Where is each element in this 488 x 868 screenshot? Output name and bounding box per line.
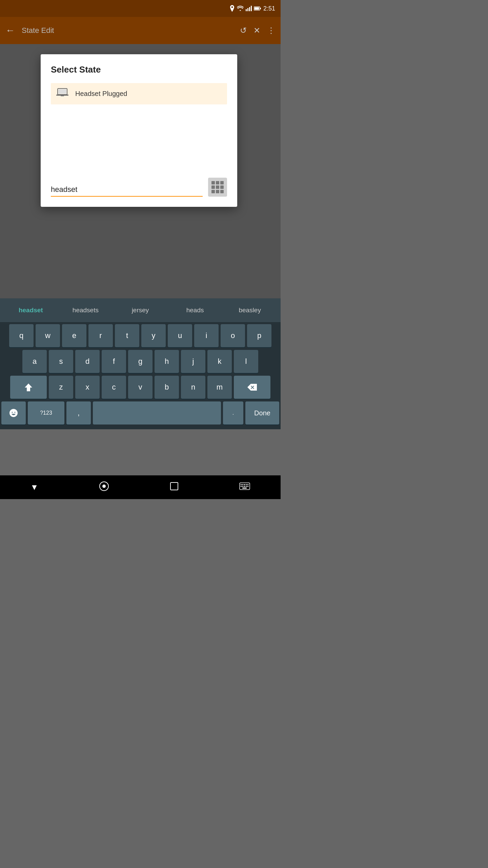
svg-rect-21 <box>247 484 248 485</box>
key-h[interactable]: h <box>155 350 179 373</box>
space-key[interactable] <box>93 401 221 425</box>
svg-point-14 <box>102 485 106 488</box>
svg-rect-9 <box>56 95 68 96</box>
backspace-icon <box>247 384 257 391</box>
emoji-icon <box>9 409 18 417</box>
key-n[interactable]: n <box>181 376 205 399</box>
key-k[interactable]: k <box>207 350 232 373</box>
grid-icon <box>211 181 224 193</box>
svg-rect-22 <box>241 486 242 487</box>
num-key[interactable]: ?123 <box>28 401 64 425</box>
key-row-4: ?123 , . Done <box>1 401 279 425</box>
close-button[interactable]: ✕ <box>253 26 260 35</box>
signal-icon <box>246 6 252 11</box>
laptop-icon <box>56 88 68 100</box>
key-t[interactable]: t <box>115 324 139 347</box>
key-a[interactable]: a <box>22 350 47 373</box>
key-b[interactable]: b <box>155 376 179 399</box>
key-p[interactable]: p <box>247 324 271 347</box>
svg-rect-1 <box>247 8 248 11</box>
dialog-title: Select State <box>51 64 227 75</box>
suggestion-headset[interactable]: headset <box>3 304 58 317</box>
key-j[interactable]: j <box>181 350 205 373</box>
refresh-button[interactable]: ↺ <box>240 26 247 35</box>
nav-back-icon[interactable]: ▼ <box>30 482 39 492</box>
key-l[interactable]: l <box>234 350 258 373</box>
key-e[interactable]: e <box>62 324 86 347</box>
dialog-input-row <box>51 178 227 197</box>
svg-rect-23 <box>242 486 243 487</box>
shift-key[interactable] <box>10 376 47 399</box>
key-d[interactable]: d <box>75 350 100 373</box>
key-x[interactable]: x <box>75 376 100 399</box>
key-c[interactable]: c <box>102 376 126 399</box>
key-row-1: q w e r t y u i o p <box>1 324 279 347</box>
select-state-dialog: Select State Headset Plugged <box>41 54 237 207</box>
headset-plugged-label: Headset Plugged <box>75 90 127 98</box>
svg-marker-11 <box>25 383 32 391</box>
status-bar: 2:51 <box>0 0 281 17</box>
search-input[interactable] <box>51 185 203 194</box>
svg-rect-25 <box>246 486 247 487</box>
grid-button[interactable] <box>208 178 227 197</box>
app-bar-actions: ↺ ✕ ⋮ <box>240 26 275 35</box>
headset-plugged-item[interactable]: Headset Plugged <box>51 83 227 104</box>
suggestion-beasley[interactable]: beasley <box>222 304 277 317</box>
key-w[interactable]: w <box>36 324 60 347</box>
key-m[interactable]: m <box>207 376 232 399</box>
app-bar-title: State Edit <box>22 26 233 35</box>
backspace-key[interactable] <box>234 376 270 399</box>
emoji-key[interactable] <box>1 401 26 425</box>
svg-rect-20 <box>246 484 247 485</box>
more-button[interactable]: ⋮ <box>267 26 275 35</box>
nav-recent-icon[interactable] <box>170 482 179 493</box>
app-bar: ← State Edit ↺ ✕ ⋮ <box>0 17 281 44</box>
svg-rect-6 <box>254 7 259 10</box>
svg-rect-19 <box>244 484 245 485</box>
key-r[interactable]: r <box>88 324 113 347</box>
key-o[interactable]: o <box>221 324 245 347</box>
status-icons: 2:51 <box>229 5 275 12</box>
svg-rect-5 <box>260 8 261 9</box>
key-u[interactable]: u <box>168 324 192 347</box>
suggestion-heads[interactable]: heads <box>168 304 223 317</box>
svg-rect-27 <box>242 488 247 489</box>
back-button[interactable]: ← <box>5 25 15 36</box>
svg-rect-26 <box>247 486 248 487</box>
suggestions-row: headset headsets jersey heads beasley <box>0 298 281 322</box>
key-g[interactable]: g <box>128 350 152 373</box>
status-time: 2:51 <box>263 5 275 12</box>
svg-rect-10 <box>61 96 64 96</box>
key-y[interactable]: y <box>141 324 166 347</box>
search-input-wrapper <box>51 185 203 197</box>
key-row-3: z x c v b n m <box>1 376 279 399</box>
nav-keyboard-icon[interactable] <box>239 482 250 492</box>
period-key[interactable]: . <box>223 401 243 425</box>
suggestion-headsets[interactable]: headsets <box>58 304 113 317</box>
suggestion-jersey[interactable]: jersey <box>113 304 168 317</box>
key-f[interactable]: f <box>102 350 126 373</box>
svg-rect-15 <box>170 482 178 490</box>
keyboard-rows: q w e r t y u i o p a s d f g h j k l <box>0 322 281 429</box>
svg-rect-8 <box>58 89 66 94</box>
key-v[interactable]: v <box>128 376 152 399</box>
key-i[interactable]: i <box>194 324 219 347</box>
svg-rect-3 <box>251 6 252 11</box>
key-q[interactable]: q <box>9 324 34 347</box>
key-z[interactable]: z <box>49 376 73 399</box>
location-icon <box>229 5 235 12</box>
svg-rect-17 <box>241 484 242 485</box>
svg-rect-12 <box>27 390 30 391</box>
key-s[interactable]: s <box>49 350 73 373</box>
nav-home-icon[interactable] <box>99 481 109 493</box>
svg-rect-0 <box>246 9 247 11</box>
done-key[interactable]: Done <box>245 401 279 425</box>
keyboard-area: headset headsets jersey heads beasley q … <box>0 298 281 429</box>
nav-bar: ▼ <box>0 475 281 499</box>
svg-rect-18 <box>242 484 243 485</box>
dialog-spacer <box>51 110 227 178</box>
key-row-2: a s d f g h j k l <box>1 350 279 373</box>
battery-icon <box>254 6 261 11</box>
shift-icon <box>24 383 33 392</box>
comma-key[interactable]: , <box>66 401 91 425</box>
